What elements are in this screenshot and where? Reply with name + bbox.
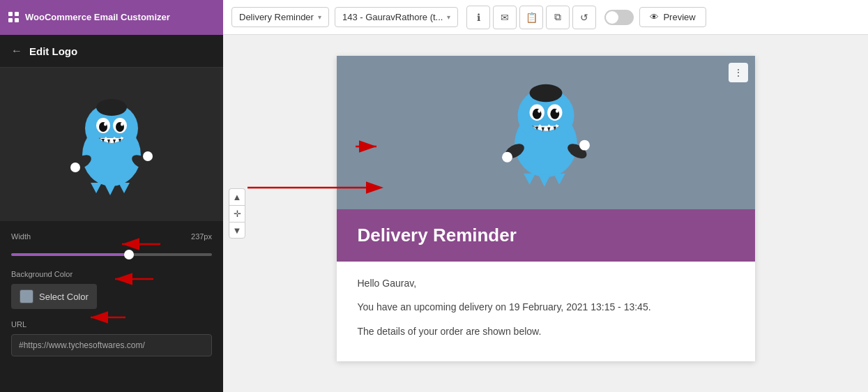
zoom-move-icon: ✛: [234, 209, 241, 219]
svg-marker-33: [553, 174, 565, 185]
toggle-wrap: [604, 10, 634, 25]
logo-image: [70, 92, 153, 197]
svg-point-12: [143, 151, 153, 161]
chevron-down-icon: ▾: [447, 13, 450, 21]
svg-point-25: [538, 109, 540, 112]
preview-button[interactable]: 👁 Preview: [639, 7, 706, 27]
svg-point-26: [555, 109, 558, 112]
zoom-up-button[interactable]: ▲: [229, 188, 245, 205]
back-arrow-icon: ←: [11, 45, 22, 57]
mail-button[interactable]: ✉: [493, 6, 517, 29]
select-color-label: Select Color: [39, 292, 89, 302]
info-button[interactable]: ℹ: [466, 6, 490, 29]
svg-marker-14: [105, 184, 116, 195]
email-title: Delivery Reminder: [358, 225, 734, 246]
svg-marker-15: [119, 183, 130, 193]
bg-color-control: Background Color Select Color: [11, 270, 212, 309]
color-swatch: [20, 289, 33, 303]
copy-button[interactable]: ⧉: [546, 6, 570, 29]
zoom-down-button[interactable]: ▼: [229, 222, 245, 239]
reset-icon: ↺: [580, 12, 588, 23]
email-greeting: Hello Gaurav,: [358, 276, 734, 291]
template-dropdown-label: Delivery Reminder: [239, 12, 314, 22]
template-dropdown[interactable]: Delivery Reminder ▾: [231, 7, 329, 27]
app-title-label: WooCommerce Email Customizer: [25, 12, 170, 22]
eye-icon: 👁: [650, 12, 659, 22]
width-value: 237px: [191, 232, 212, 241]
svg-point-7: [104, 123, 107, 126]
svg-marker-31: [524, 174, 535, 185]
svg-point-2: [96, 99, 127, 116]
svg-point-29: [502, 152, 512, 163]
content-area: ▲ ✛ ▼ ⋮: [223, 35, 868, 392]
preview-label: Preview: [663, 12, 695, 22]
doc-button[interactable]: 📋: [519, 6, 543, 29]
width-slider[interactable]: [11, 253, 212, 256]
preview-toggle[interactable]: [604, 10, 634, 25]
mail-icon: ✉: [501, 12, 509, 23]
email-preview-wrapper: ⋮: [223, 35, 868, 392]
email-body2: The details of your order are shown belo…: [358, 324, 734, 339]
reset-button[interactable]: ↺: [572, 6, 596, 29]
email-title-bar: Delivery Reminder: [337, 209, 755, 262]
svg-marker-13: [91, 183, 102, 193]
email-logo-image: [501, 77, 591, 188]
zoom-controls: ▲ ✛ ▼: [229, 188, 245, 239]
select-color-button[interactable]: Select Color: [11, 284, 97, 309]
info-icon: ℹ: [477, 12, 480, 23]
more-options-button[interactable]: ⋮: [729, 63, 748, 82]
chevron-down-icon: ▾: [318, 13, 321, 21]
email-body: Hello Gaurav, You have an upcoming deliv…: [337, 262, 755, 361]
toolbar-icons: ℹ ✉ 📋 ⧉ ↺: [466, 6, 596, 29]
svg-point-30: [579, 140, 590, 151]
email-container: ⋮: [337, 56, 755, 361]
width-control: Width 237px: [11, 232, 212, 259]
doc-icon: 📋: [526, 12, 538, 23]
email-logo-section: ⋮: [337, 56, 755, 209]
url-input[interactable]: [11, 334, 212, 356]
logo-preview: [0, 68, 223, 221]
svg-point-20: [529, 84, 562, 103]
zoom-up-icon: ▲: [233, 192, 242, 202]
svg-point-8: [121, 123, 123, 126]
app-title: WooCommerce Email Customizer: [0, 0, 223, 35]
sidebar-controls: Width 237px Background Color Select Colo…: [0, 221, 223, 368]
user-dropdown[interactable]: 143 - GauravRathore (t... ▾: [335, 7, 459, 27]
url-control: URL: [11, 320, 212, 356]
zoom-down-icon: ▼: [233, 225, 242, 236]
url-label: URL: [11, 320, 212, 329]
zoom-move-button[interactable]: ✛: [229, 205, 245, 222]
sidebar: ← Edit Logo: [0, 35, 223, 392]
grid-icon: [8, 12, 20, 23]
sidebar-title: Edit Logo: [29, 45, 77, 57]
copy-icon: ⧉: [554, 11, 561, 23]
width-label: Width 237px: [11, 232, 212, 241]
email-body1: You have an upcoming delivery on 19 Febr…: [358, 299, 734, 315]
user-dropdown-label: 143 - GauravRathore (t...: [342, 12, 443, 22]
svg-point-11: [70, 163, 80, 172]
bg-color-label: Background Color: [11, 270, 212, 278]
sidebar-header[interactable]: ← Edit Logo: [0, 35, 223, 68]
svg-marker-32: [538, 175, 550, 187]
